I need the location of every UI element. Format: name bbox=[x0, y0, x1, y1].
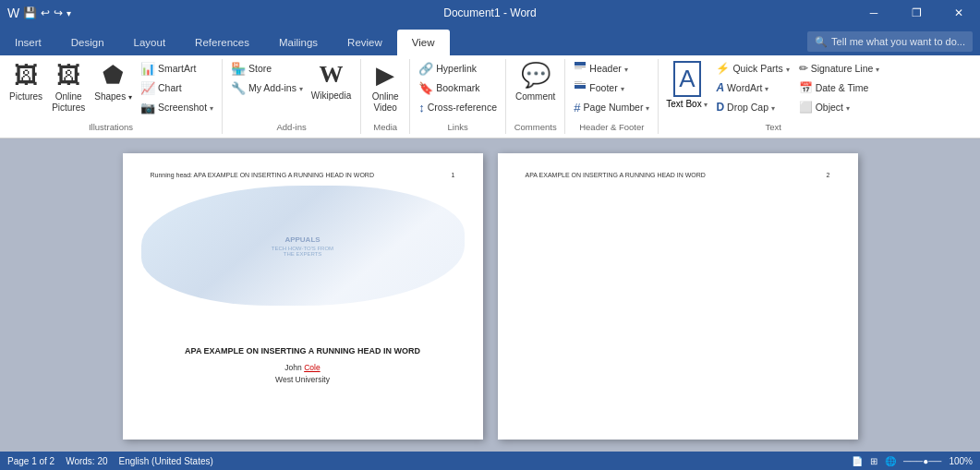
ribbon-search-box[interactable]: 🔍 Tell me what you want to do... bbox=[807, 31, 973, 52]
wikipedia-button[interactable]: W Wikipedia bbox=[308, 59, 355, 120]
bookmark-icon: 🔖 bbox=[418, 81, 433, 95]
smartart-button[interactable]: 📊 SmartArt bbox=[138, 59, 216, 78]
comment-button[interactable]: 💬 Comment bbox=[512, 59, 559, 120]
smartart-icon: 📊 bbox=[140, 62, 155, 76]
quick-access-redo[interactable]: ↪ bbox=[54, 6, 63, 19]
watermark-text: APPUALS TECH HOW-TO'S FROMTHE EXPERTS bbox=[272, 235, 333, 257]
shapes-icon: ⬟ bbox=[103, 61, 124, 90]
page-2: APA EXAMPLE ON INSERTING A RUNNING HEAD … bbox=[498, 153, 858, 440]
object-button[interactable]: ⬜ Object ▾ bbox=[796, 98, 883, 116]
ribbon-group-text: A Text Box ▾ ⚡ Quick Parts ▾ A WordArt ▾… bbox=[659, 59, 888, 134]
text-box-label: Text Box ▾ bbox=[666, 99, 708, 109]
text-box-button[interactable]: A Text Box ▾ bbox=[664, 59, 709, 120]
screenshot-button[interactable]: 📷 Screenshot ▾ bbox=[138, 98, 216, 116]
pictures-label: Pictures bbox=[9, 91, 42, 102]
tab-references[interactable]: References bbox=[180, 30, 264, 55]
quick-access-customize[interactable]: ▾ bbox=[67, 8, 71, 18]
addins-group-label: Add-ins bbox=[228, 122, 355, 134]
signature-line-label: Signature Line ▾ bbox=[811, 63, 880, 74]
tab-design[interactable]: Design bbox=[56, 30, 119, 55]
comment-label: Comment bbox=[515, 91, 555, 102]
my-addins-button[interactable]: 🔧 My Add-ins ▾ bbox=[228, 78, 306, 97]
date-time-label: Date & Time bbox=[816, 82, 869, 93]
pictures-button[interactable]: 🖼 Pictures bbox=[6, 59, 46, 120]
tab-mailings[interactable]: Mailings bbox=[264, 30, 333, 55]
wikipedia-icon: W bbox=[320, 61, 344, 89]
chart-button[interactable]: 📈 Chart bbox=[138, 78, 216, 97]
hyperlink-icon: 🔗 bbox=[418, 62, 433, 76]
status-view-web[interactable]: 🌐 bbox=[885, 456, 896, 466]
footer-button[interactable]: Footer ▾ bbox=[571, 78, 652, 97]
tab-view[interactable]: View bbox=[397, 30, 450, 55]
page-number-button[interactable]: # Page Number ▾ bbox=[571, 98, 652, 116]
date-time-button[interactable]: 📅 Date & Time bbox=[796, 78, 883, 97]
title-bar-controls: ─ ❐ ✕ bbox=[853, 0, 980, 26]
language: English (United States) bbox=[119, 456, 213, 466]
title-bar-left: W 💾 ↩ ↪ ▾ bbox=[7, 6, 71, 20]
wordart-button[interactable]: A WordArt ▾ bbox=[713, 78, 792, 97]
online-video-label: OnlineVideo bbox=[372, 91, 399, 114]
illustrations-group-label: Illustrations bbox=[6, 122, 216, 134]
svg-rect-2 bbox=[575, 68, 582, 69]
quick-parts-button[interactable]: ⚡ Quick Parts ▾ bbox=[713, 59, 792, 78]
minimize-button[interactable]: ─ bbox=[853, 0, 895, 26]
footer-icon bbox=[574, 80, 587, 96]
page2-header-right: 2 bbox=[827, 172, 830, 178]
online-video-button[interactable]: ▶ OnlineVideo bbox=[367, 59, 404, 120]
bookmark-label: Bookmark bbox=[436, 82, 479, 93]
tab-insert[interactable]: Insert bbox=[0, 30, 56, 55]
text-content: A Text Box ▾ ⚡ Quick Parts ▾ A WordArt ▾… bbox=[664, 59, 882, 122]
signature-line-button[interactable]: ✏ Signature Line ▾ bbox=[796, 59, 883, 78]
page-info: Page 1 of 2 bbox=[7, 456, 54, 466]
status-view-read[interactable]: 📄 bbox=[852, 456, 863, 466]
illustrations-col2: 📊 SmartArt 📈 Chart 📷 Screenshot ▾ bbox=[138, 59, 216, 116]
online-pictures-button[interactable]: 🖼 OnlinePictures bbox=[48, 59, 89, 120]
illustrations-content: 🖼 Pictures 🖼 OnlinePictures ⬟ Shapes ▾ 📊… bbox=[6, 59, 216, 122]
page1-content: APA EXAMPLE ON INSERTING A RUNNING HEAD … bbox=[123, 346, 483, 384]
zoom-slider[interactable]: ───●── bbox=[903, 456, 941, 466]
addins-content: 🏪 Store 🔧 My Add-ins ▾ W Wikipedia bbox=[228, 59, 355, 122]
store-icon: 🏪 bbox=[231, 62, 246, 76]
tab-review[interactable]: Review bbox=[333, 30, 397, 55]
document-area: Running head: APA EXAMPLE ON INSERTING A… bbox=[0, 139, 980, 452]
page2-header-left: APA EXAMPLE ON INSERTING A RUNNING HEAD … bbox=[526, 172, 706, 178]
pictures-icon: 🖼 bbox=[14, 61, 38, 90]
word-icon: W bbox=[7, 6, 19, 20]
text-col: ⚡ Quick Parts ▾ A WordArt ▾ D Drop Cap ▾ bbox=[713, 59, 792, 116]
text-col2: ✏ Signature Line ▾ 📅 Date & Time ⬜ Objec… bbox=[796, 59, 883, 116]
status-view-print[interactable]: ⊞ bbox=[870, 456, 877, 466]
page1-header: Running head: APA EXAMPLE ON INSERTING A… bbox=[151, 172, 455, 178]
wordart-icon: A bbox=[716, 81, 724, 94]
header-button[interactable]: Header ▾ bbox=[571, 59, 652, 78]
shapes-button[interactable]: ⬟ Shapes ▾ bbox=[91, 59, 136, 120]
tab-layout[interactable]: Layout bbox=[119, 30, 181, 55]
online-pictures-icon: 🖼 bbox=[56, 61, 80, 90]
comments-group-label: Comments bbox=[512, 122, 559, 134]
store-label: Store bbox=[248, 63, 272, 74]
my-addins-label: My Add-ins ▾ bbox=[248, 82, 303, 93]
ribbon-group-header-footer: Header ▾ Footer ▾ # Page Number ▾ Header… bbox=[565, 59, 659, 134]
svg-rect-4 bbox=[575, 83, 586, 84]
footer-label: Footer ▾ bbox=[589, 82, 623, 93]
ribbon-group-links: 🔗 Hyperlink 🔖 Bookmark ↕ Cross-reference… bbox=[410, 59, 506, 134]
header-footer-group-label: Header & Footer bbox=[571, 122, 652, 134]
watermark-area: APPUALS TECH HOW-TO'S FROMTHE EXPERTS bbox=[141, 186, 465, 306]
hyperlink-button[interactable]: 🔗 Hyperlink bbox=[416, 59, 500, 78]
svg-rect-1 bbox=[575, 66, 586, 67]
quick-access-undo[interactable]: ↩ bbox=[41, 6, 50, 19]
restore-button[interactable]: ❐ bbox=[895, 0, 938, 26]
bookmark-button[interactable]: 🔖 Bookmark bbox=[416, 78, 500, 97]
close-button[interactable]: ✕ bbox=[938, 0, 980, 26]
hyperlink-label: Hyperlink bbox=[436, 63, 477, 74]
cross-reference-button[interactable]: ↕ Cross-reference bbox=[416, 98, 500, 116]
quick-parts-label: Quick Parts ▾ bbox=[732, 63, 789, 74]
drop-cap-button[interactable]: D Drop Cap ▾ bbox=[713, 98, 792, 116]
search-placeholder: Tell me what you want to do... bbox=[831, 36, 965, 47]
store-button[interactable]: 🏪 Store bbox=[228, 59, 306, 78]
header-label: Header ▾ bbox=[589, 63, 627, 74]
tab-bar: Insert Design Layout References Mailings… bbox=[0, 26, 980, 55]
quick-access-save[interactable]: 💾 bbox=[23, 6, 37, 19]
word-count: Words: 20 bbox=[66, 456, 107, 466]
links-content: 🔗 Hyperlink 🔖 Bookmark ↕ Cross-reference bbox=[416, 59, 500, 122]
drop-cap-icon: D bbox=[716, 101, 724, 114]
